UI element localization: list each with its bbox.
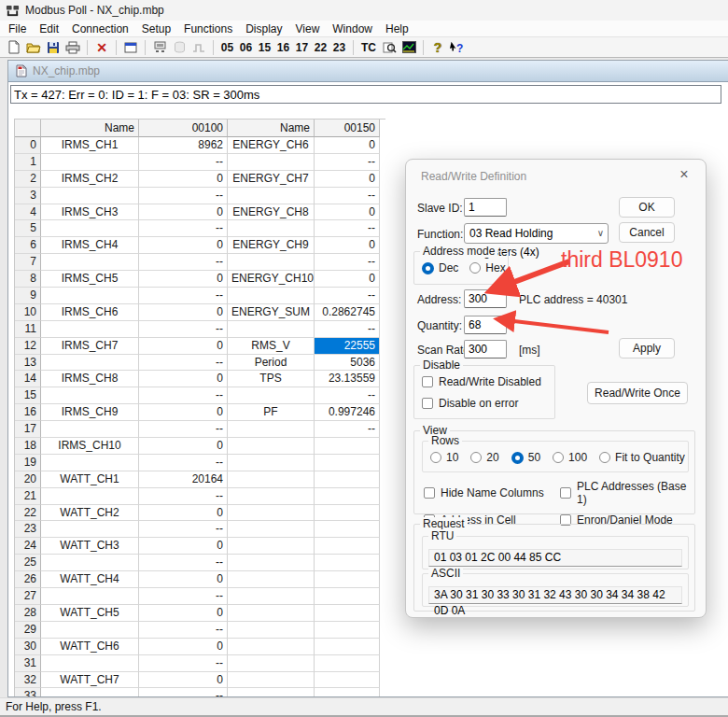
name-cell[interactable] bbox=[228, 588, 315, 605]
value-cell[interactable]: -- bbox=[315, 254, 380, 271]
name-cell[interactable] bbox=[41, 154, 139, 171]
name-cell[interactable] bbox=[228, 321, 315, 338]
name-cell[interactable]: ENERGY_CH10 bbox=[228, 271, 315, 288]
name-cell[interactable] bbox=[228, 438, 315, 455]
name-cell[interactable] bbox=[41, 655, 139, 672]
value-cell[interactable]: 0 bbox=[139, 371, 228, 387]
value-cell[interactable]: 5036 bbox=[315, 355, 380, 372]
name-cell[interactable] bbox=[228, 488, 315, 505]
radio-rows-fit-to-quantity[interactable]: Fit to Quantity bbox=[599, 451, 685, 464]
name-cell[interactable] bbox=[41, 622, 139, 639]
name-cell[interactable]: IRMS_CH3 bbox=[41, 204, 139, 221]
value-cell[interactable]: 0 bbox=[139, 237, 228, 254]
function-17-button[interactable]: 17 bbox=[293, 38, 311, 56]
value-cell[interactable]: 0 bbox=[139, 639, 228, 655]
name-cell[interactable] bbox=[41, 455, 139, 471]
name-cell[interactable] bbox=[41, 421, 139, 438]
name-cell[interactable] bbox=[228, 154, 315, 171]
value-cell[interactable]: -- bbox=[139, 521, 228, 538]
name-cell[interactable] bbox=[228, 288, 315, 304]
name-cell[interactable] bbox=[41, 588, 139, 605]
name-cell[interactable] bbox=[41, 220, 139, 237]
document-titlebar[interactable]: NX_chip.mbp bbox=[8, 61, 728, 82]
name-cell[interactable]: WATT_CH7 bbox=[41, 672, 139, 689]
open-file-button[interactable] bbox=[24, 38, 43, 56]
radio-rows-20[interactable]: 20 bbox=[470, 451, 498, 464]
radio-rows-50[interactable]: 50 bbox=[511, 451, 540, 464]
name-cell[interactable] bbox=[41, 288, 139, 304]
value-cell[interactable]: 0 bbox=[139, 438, 228, 455]
value-cell[interactable]: 8962 bbox=[139, 137, 228, 154]
value-cell[interactable]: -- bbox=[139, 220, 228, 237]
name-cell[interactable]: ENERGY_CH6 bbox=[228, 137, 315, 154]
value-cell[interactable]: -- bbox=[139, 588, 228, 605]
menu-item-file[interactable]: File bbox=[2, 21, 33, 36]
value-cell[interactable] bbox=[315, 488, 380, 505]
value-cell[interactable]: 0 bbox=[139, 505, 228, 522]
slave-id-input[interactable]: 1 bbox=[464, 198, 507, 217]
name-cell[interactable]: IRMS_CH8 bbox=[41, 371, 139, 387]
radio-address-mode-dec[interactable]: Dec bbox=[422, 261, 458, 274]
name-cell[interactable] bbox=[41, 387, 139, 404]
menu-item-functions[interactable]: Functions bbox=[177, 21, 239, 36]
name-cell[interactable] bbox=[228, 672, 315, 689]
value-cell[interactable]: 0 bbox=[315, 237, 380, 254]
value-cell[interactable]: -- bbox=[139, 455, 228, 471]
name-cell[interactable] bbox=[228, 455, 315, 471]
function-16-button[interactable]: 16 bbox=[274, 38, 292, 56]
checkbox-hide-name-columns[interactable]: Hide Name Columns bbox=[424, 480, 554, 506]
name-cell[interactable]: ENERGY_CH9 bbox=[228, 237, 315, 254]
name-cell[interactable] bbox=[41, 321, 139, 338]
checkbox-read-write-disabled[interactable]: Read/Write Disabled bbox=[422, 375, 541, 388]
name-cell[interactable]: Period bbox=[228, 355, 315, 372]
name-cell[interactable] bbox=[41, 521, 139, 538]
communication-button[interactable] bbox=[150, 38, 169, 56]
name-cell[interactable]: IRMS_CH10 bbox=[41, 438, 139, 455]
menu-item-setup[interactable]: Setup bbox=[135, 21, 177, 36]
menu-item-display[interactable]: Display bbox=[239, 21, 288, 36]
name-cell[interactable] bbox=[228, 188, 315, 204]
function-22-button[interactable]: 22 bbox=[312, 38, 329, 56]
value-cell[interactable]: -- bbox=[139, 288, 228, 304]
menu-item-view[interactable]: View bbox=[289, 21, 327, 36]
value-cell[interactable] bbox=[315, 521, 380, 538]
value-cell[interactable]: 0 bbox=[139, 171, 228, 188]
name-cell[interactable]: ENERGY_CH7 bbox=[228, 171, 315, 188]
value-cell[interactable]: -- bbox=[315, 188, 380, 204]
value-cell[interactable] bbox=[315, 639, 380, 655]
function-15-button[interactable]: 15 bbox=[256, 38, 273, 56]
radio-rows-10[interactable]: 10 bbox=[430, 451, 458, 464]
name-cell[interactable] bbox=[41, 254, 139, 271]
value-cell[interactable]: -- bbox=[139, 387, 228, 404]
value-cell[interactable]: 0 bbox=[139, 672, 228, 689]
name-cell[interactable]: WATT_CH6 bbox=[41, 639, 139, 655]
value-cell[interactable]: 23.13559 bbox=[315, 371, 380, 387]
context-help-button[interactable]: ? bbox=[448, 38, 467, 56]
value-cell[interactable]: -- bbox=[315, 321, 380, 338]
value-cell[interactable] bbox=[315, 688, 380, 696]
value-cell[interactable]: -- bbox=[139, 188, 228, 204]
save-button[interactable] bbox=[44, 38, 63, 56]
name-cell[interactable] bbox=[228, 639, 315, 655]
value-cell[interactable]: -- bbox=[139, 254, 228, 271]
name-cell[interactable] bbox=[228, 254, 315, 271]
name-cell[interactable] bbox=[41, 188, 139, 204]
name-cell[interactable]: WATT_CH2 bbox=[41, 505, 139, 522]
name-cell[interactable]: WATT_CH3 bbox=[41, 538, 139, 555]
value-cell[interactable]: 0 bbox=[139, 605, 228, 622]
name-cell[interactable]: RMS_V bbox=[228, 338, 315, 355]
name-cell[interactable]: ENERGY_SUM bbox=[228, 304, 315, 321]
value-cell[interactable]: -- bbox=[139, 655, 228, 672]
name-cell[interactable] bbox=[41, 355, 139, 372]
value-cell[interactable] bbox=[315, 605, 380, 622]
name-cell[interactable] bbox=[228, 622, 315, 639]
close-icon[interactable]: × bbox=[675, 165, 693, 184]
checkbox-plc-addresses-base-1-[interactable]: PLC Addresses (Base 1) bbox=[560, 480, 694, 506]
value-cell[interactable] bbox=[315, 505, 380, 522]
name-cell[interactable] bbox=[228, 220, 315, 237]
value-cell[interactable]: 0 bbox=[139, 338, 228, 355]
database-button[interactable] bbox=[170, 38, 189, 56]
name-cell[interactable]: ENERGY_CH8 bbox=[228, 204, 315, 221]
value-cell[interactable]: -- bbox=[139, 622, 228, 639]
name-cell[interactable]: IRMS_CH7 bbox=[41, 338, 139, 355]
